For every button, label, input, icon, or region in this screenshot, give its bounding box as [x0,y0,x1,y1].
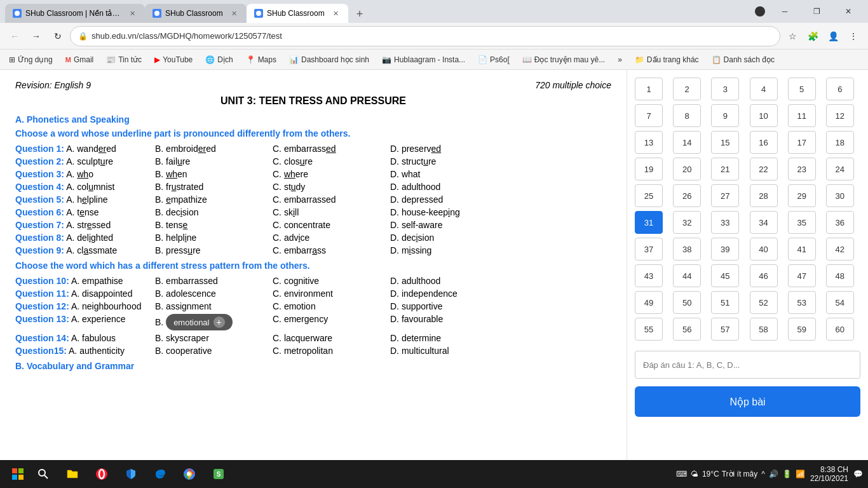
back-button[interactable]: ← [5,27,24,46]
question-nav-14[interactable]: 14 [673,131,701,154]
chevron-up-icon[interactable]: ^ [761,470,765,478]
minimize-button[interactable]: ─ [770,2,799,21]
bookmark-apps[interactable]: ⊞ Ứng dụng [5,54,57,65]
question-nav-13[interactable]: 13 [635,131,663,154]
question-nav-29[interactable]: 29 [788,184,816,207]
tab-3-close[interactable]: ✕ [330,8,341,18]
taskbar-search-button[interactable] [31,461,56,487]
taskbar-green-app[interactable]: S [205,461,233,487]
question-nav-3[interactable]: 3 [711,78,739,100]
question-nav-34[interactable]: 34 [750,211,778,234]
taskbar-opera[interactable] [88,461,116,487]
question-nav-2[interactable]: 2 [673,78,701,100]
bookmark-gmail[interactable]: M Gmail [62,54,98,65]
question-nav-15[interactable]: 15 [711,131,739,154]
refresh-button[interactable]: ↻ [48,27,67,46]
question-nav-51[interactable]: 51 [711,291,739,314]
question-nav-21[interactable]: 21 [711,158,739,180]
bookmark-dich[interactable]: 🌐 Dịch [201,54,236,65]
bookmark-hublaagram[interactable]: 📷 Hublaagram - Insta... [378,54,469,65]
question-nav-18[interactable]: 18 [826,131,854,154]
tab-2-close[interactable]: ✕ [229,8,239,18]
question-nav-10[interactable]: 10 [750,104,778,127]
question-nav-43[interactable]: 43 [635,264,663,287]
battery-icon[interactable]: 🔋 [782,470,792,478]
question-nav-17[interactable]: 17 [788,131,816,154]
maximize-button[interactable]: ❐ [802,2,831,21]
question-nav-46[interactable]: 46 [750,264,778,287]
bookmark-more[interactable]: » [614,54,626,65]
settings-button[interactable]: ⋮ [844,27,863,46]
question-nav-41[interactable]: 41 [788,238,816,261]
address-bar[interactable]: 🔒 shub.edu.vn/class/MGDHQ/homework/12505… [70,26,780,46]
taskbar-edge[interactable] [146,461,174,487]
question-nav-6[interactable]: 6 [826,78,854,100]
question-nav-25[interactable]: 25 [635,184,663,207]
keyboard-icon[interactable]: ⌨ [676,470,687,478]
question-nav-56[interactable]: 56 [673,318,701,341]
bookmark-star-button[interactable]: ☆ [783,27,802,46]
question-nav-36[interactable]: 36 [826,211,854,234]
question-nav-31[interactable]: 31 [635,211,663,234]
question-nav-45[interactable]: 45 [711,264,739,287]
browser-tab-1[interactable]: SHub Classroom | Nền tảng dạy ✕ [5,4,145,23]
bookmark-ps6o[interactable]: 📄 Ps6o[ [474,54,513,65]
question-nav-33[interactable]: 33 [711,211,739,234]
question-nav-55[interactable]: 55 [635,318,663,341]
question-nav-4[interactable]: 4 [750,78,778,100]
bookmark-maps[interactable]: 📍 Maps [242,54,280,65]
bookmark-doc-truyen[interactable]: 📖 Đọc truyện mau yê... [519,54,609,65]
question-nav-1[interactable]: 1 [635,78,663,100]
bubble-plus-icon[interactable]: + [214,316,225,328]
extensions-button[interactable]: 🧩 [803,27,822,46]
browser-tab-3[interactable]: SHub Classroom ✕ [247,4,348,23]
taskbar-file-explorer[interactable] [58,461,86,487]
question-nav-49[interactable]: 49 [635,291,663,314]
question-nav-28[interactable]: 28 [750,184,778,207]
bookmark-youtube[interactable]: ▶ YouTube [151,54,196,65]
question-nav-30[interactable]: 30 [826,184,854,207]
question-nav-11[interactable]: 11 [788,104,816,127]
question-nav-54[interactable]: 54 [826,291,854,314]
question-nav-16[interactable]: 16 [750,131,778,154]
question-nav-27[interactable]: 27 [711,184,739,207]
bookmark-tintuc[interactable]: 📰 Tin tức [102,54,146,65]
question-nav-19[interactable]: 19 [635,158,663,180]
question-nav-48[interactable]: 48 [826,264,854,287]
time-display[interactable]: 8:38 CH 22/10/2021 [810,465,848,483]
question-nav-5[interactable]: 5 [788,78,816,100]
question-nav-26[interactable]: 26 [673,184,701,207]
question-nav-44[interactable]: 44 [673,264,701,287]
taskbar-chrome[interactable] [175,461,203,487]
question-nav-22[interactable]: 22 [750,158,778,180]
tab-1-close[interactable]: ✕ [127,8,137,18]
forward-button[interactable]: → [27,27,46,46]
speaker-icon[interactable]: 🔊 [769,470,778,478]
user-avatar-button[interactable]: 👤 [824,27,843,46]
question-nav-20[interactable]: 20 [673,158,701,180]
question-nav-38[interactable]: 38 [673,238,701,261]
question-nav-60[interactable]: 60 [826,318,854,341]
bookmark-dashboard[interactable]: 📊 Dashboard học sinh [285,54,373,65]
floating-bubble[interactable]: emotional + [166,314,232,330]
close-button[interactable]: ✕ [834,2,863,21]
question-nav-32[interactable]: 32 [673,211,701,234]
new-tab-button[interactable]: + [351,5,369,23]
question-nav-47[interactable]: 47 [788,264,816,287]
question-nav-40[interactable]: 40 [750,238,778,261]
question-nav-12[interactable]: 12 [826,104,854,127]
question-nav-23[interactable]: 23 [788,158,816,180]
question-nav-59[interactable]: 59 [788,318,816,341]
question-nav-39[interactable]: 39 [711,238,739,261]
taskbar-shield[interactable] [117,461,145,487]
question-nav-58[interactable]: 58 [750,318,778,341]
question-nav-53[interactable]: 53 [788,291,816,314]
bookmark-dau-trang[interactable]: 📁 Dấu trang khác [631,54,703,65]
question-nav-8[interactable]: 8 [673,104,701,127]
question-nav-52[interactable]: 52 [750,291,778,314]
question-nav-42[interactable]: 42 [826,238,854,261]
question-nav-57[interactable]: 57 [711,318,739,341]
browser-tab-2[interactable]: SHub Classroom ✕ [145,4,247,23]
answer-input[interactable] [635,351,860,379]
bookmark-danh-sach[interactable]: 📋 Danh sách đọc [708,54,778,65]
